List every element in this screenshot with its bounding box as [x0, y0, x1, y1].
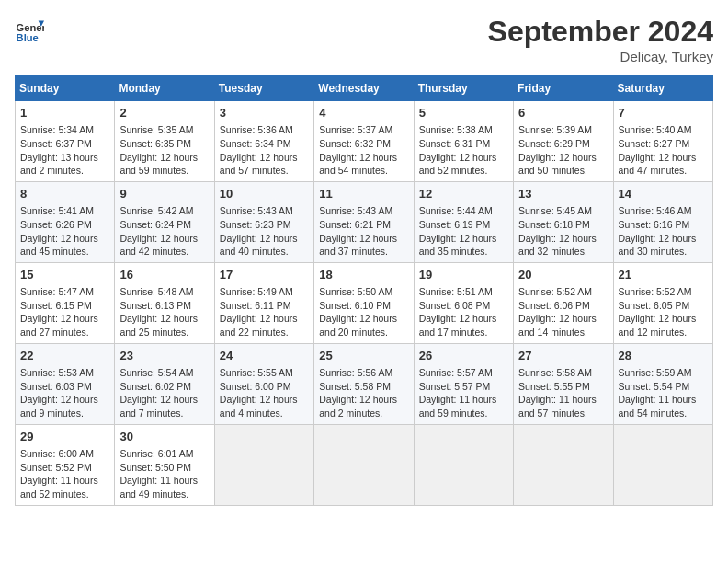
calendar-cell: 25Sunrise: 5:56 AMSunset: 5:58 PMDayligh… [314, 343, 414, 424]
calendar-cell: 13Sunrise: 5:45 AMSunset: 6:18 PMDayligh… [514, 181, 613, 262]
calendar-cell: 3Sunrise: 5:36 AMSunset: 6:34 PMDaylight… [214, 101, 313, 182]
calendar-cell [414, 424, 513, 505]
calendar-cell: 16Sunrise: 5:48 AMSunset: 6:13 PMDayligh… [115, 262, 214, 343]
calendar-cell: 14Sunrise: 5:46 AMSunset: 6:16 PMDayligh… [613, 181, 712, 262]
calendar-cell: 26Sunrise: 5:57 AMSunset: 5:57 PMDayligh… [414, 343, 513, 424]
logo-icon: General Blue [15, 15, 44, 44]
header-monday: Monday [115, 76, 214, 101]
calendar-cell [613, 424, 712, 505]
calendar-cell [214, 424, 313, 505]
calendar-cell: 28Sunrise: 5:59 AMSunset: 5:54 PMDayligh… [613, 343, 712, 424]
calendar-cell: 18Sunrise: 5:50 AMSunset: 6:10 PMDayligh… [314, 262, 414, 343]
calendar-cell: 24Sunrise: 5:55 AMSunset: 6:00 PMDayligh… [214, 343, 313, 424]
calendar-cell: 29Sunrise: 6:00 AMSunset: 5:52 PMDayligh… [16, 424, 115, 505]
calendar-cell: 6Sunrise: 5:39 AMSunset: 6:29 PMDaylight… [514, 101, 613, 182]
page-header: General Blue September 2024 Delicay, Tur… [15, 15, 713, 64]
weekday-header-row: Sunday Monday Tuesday Wednesday Thursday… [16, 76, 713, 101]
calendar-cell: 27Sunrise: 5:58 AMSunset: 5:55 PMDayligh… [514, 343, 613, 424]
header-saturday: Saturday [613, 76, 712, 101]
header-friday: Friday [514, 76, 613, 101]
calendar-cell: 2Sunrise: 5:35 AMSunset: 6:35 PMDaylight… [115, 101, 214, 182]
calendar-week-row: 22Sunrise: 5:53 AMSunset: 6:03 PMDayligh… [16, 343, 713, 424]
calendar-cell: 30Sunrise: 6:01 AMSunset: 5:50 PMDayligh… [115, 424, 214, 505]
location-subtitle: Delicay, Turkey [488, 49, 713, 64]
calendar-cell: 1Sunrise: 5:34 AMSunset: 6:37 PMDaylight… [16, 101, 115, 182]
calendar-cell: 8Sunrise: 5:41 AMSunset: 6:26 PMDaylight… [16, 181, 115, 262]
calendar-week-row: 1Sunrise: 5:34 AMSunset: 6:37 PMDaylight… [16, 101, 713, 182]
calendar-table: Sunday Monday Tuesday Wednesday Thursday… [15, 75, 713, 506]
calendar-cell: 7Sunrise: 5:40 AMSunset: 6:27 PMDaylight… [613, 101, 712, 182]
header-thursday: Thursday [414, 76, 513, 101]
calendar-cell: 15Sunrise: 5:47 AMSunset: 6:15 PMDayligh… [16, 262, 115, 343]
calendar-cell: 17Sunrise: 5:49 AMSunset: 6:11 PMDayligh… [214, 262, 313, 343]
calendar-cell: 11Sunrise: 5:43 AMSunset: 6:21 PMDayligh… [314, 181, 414, 262]
calendar-cell: 22Sunrise: 5:53 AMSunset: 6:03 PMDayligh… [16, 343, 115, 424]
calendar-cell [514, 424, 613, 505]
calendar-cell: 4Sunrise: 5:37 AMSunset: 6:32 PMDaylight… [314, 101, 414, 182]
month-title: September 2024 [488, 15, 713, 49]
calendar-cell: 10Sunrise: 5:43 AMSunset: 6:23 PMDayligh… [214, 181, 313, 262]
calendar-cell: 19Sunrise: 5:51 AMSunset: 6:08 PMDayligh… [414, 262, 513, 343]
header-tuesday: Tuesday [214, 76, 313, 101]
calendar-cell: 9Sunrise: 5:42 AMSunset: 6:24 PMDaylight… [115, 181, 214, 262]
title-block: September 2024 Delicay, Turkey [488, 15, 713, 64]
calendar-cell: 23Sunrise: 5:54 AMSunset: 6:02 PMDayligh… [115, 343, 214, 424]
calendar-cell: 20Sunrise: 5:52 AMSunset: 6:06 PMDayligh… [514, 262, 613, 343]
svg-text:Blue: Blue [17, 32, 39, 43]
calendar-week-row: 29Sunrise: 6:00 AMSunset: 5:52 PMDayligh… [16, 424, 713, 505]
calendar-week-row: 8Sunrise: 5:41 AMSunset: 6:26 PMDaylight… [16, 181, 713, 262]
calendar-cell: 5Sunrise: 5:38 AMSunset: 6:31 PMDaylight… [414, 101, 513, 182]
calendar-cell [314, 424, 414, 505]
logo: General Blue [15, 15, 44, 44]
calendar-week-row: 15Sunrise: 5:47 AMSunset: 6:15 PMDayligh… [16, 262, 713, 343]
header-sunday: Sunday [16, 76, 115, 101]
calendar-cell: 12Sunrise: 5:44 AMSunset: 6:19 PMDayligh… [414, 181, 513, 262]
calendar-cell: 21Sunrise: 5:52 AMSunset: 6:05 PMDayligh… [613, 262, 712, 343]
header-wednesday: Wednesday [314, 76, 414, 101]
